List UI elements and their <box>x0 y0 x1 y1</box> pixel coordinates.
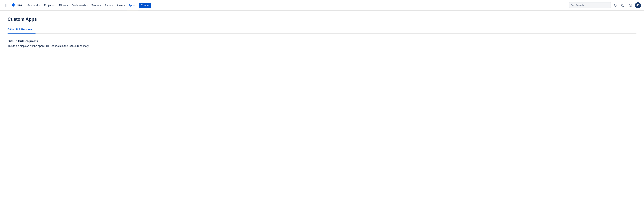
svg-rect-7 <box>6 6 6 6</box>
nav-apps-btn[interactable]: Apps ▾ <box>127 3 138 8</box>
nav-apps[interactable]: Apps ▾ <box>127 3 138 8</box>
search-box[interactable]: Search <box>569 2 611 8</box>
svg-rect-2 <box>6 4 7 5</box>
chevron-down-icon: ▾ <box>112 4 113 6</box>
nav-dashboards[interactable]: Dashboards ▾ <box>70 3 89 8</box>
navbar-right: Search JS <box>569 2 641 8</box>
nav-filters-btn[interactable]: Filters ▾ <box>58 3 70 8</box>
main-content: Custom Apps Github Pull Requests Github … <box>0 10 644 202</box>
svg-point-12 <box>630 5 631 6</box>
tabs-list: Github Pull Requests <box>8 26 636 33</box>
nav-your-work[interactable]: Your work ▾ <box>25 3 42 8</box>
section-title: Github Pull Requests <box>8 40 636 43</box>
section-github-pr: Github Pull Requests This table displays… <box>8 40 636 47</box>
logo-text: Jira <box>16 3 22 7</box>
nav-teams[interactable]: Teams ▾ <box>90 3 102 8</box>
nav-dashboards-btn[interactable]: Dashboards ▾ <box>70 3 89 8</box>
svg-rect-1 <box>6 4 6 5</box>
nav-filters[interactable]: Filters ▾ <box>58 3 70 8</box>
section-description: This table displays all the open Pull Re… <box>8 44 636 47</box>
svg-rect-5 <box>6 5 7 6</box>
nav-projects-btn[interactable]: Projects ▾ <box>42 3 57 8</box>
tabs-container: Github Pull Requests <box>8 26 636 33</box>
page-title: Custom Apps <box>8 16 636 22</box>
user-avatar[interactable]: JS <box>635 2 641 8</box>
svg-point-11 <box>623 6 623 6</box>
create-button[interactable]: Create <box>138 3 151 8</box>
nav-assets[interactable]: Assets <box>116 3 126 8</box>
svg-rect-3 <box>5 5 6 6</box>
svg-rect-8 <box>6 6 7 6</box>
chevron-down-icon: ▾ <box>54 4 55 6</box>
svg-rect-6 <box>5 6 6 6</box>
nav-assets-btn[interactable]: Assets <box>116 3 126 8</box>
search-icon <box>571 3 574 7</box>
svg-rect-4 <box>6 5 6 6</box>
help-button[interactable] <box>620 2 626 8</box>
svg-rect-0 <box>5 4 6 5</box>
chevron-down-icon: ▾ <box>39 4 40 6</box>
chevron-down-icon: ▾ <box>87 4 88 6</box>
nav-projects[interactable]: Projects ▾ <box>42 3 57 8</box>
tab-github-pull-requests[interactable]: Github Pull Requests <box>8 26 36 33</box>
nav-teams-btn[interactable]: Teams ▾ <box>90 3 102 8</box>
navbar: Jira Your work ▾ Projects ▾ Filters ▾ Da… <box>0 0 644 10</box>
nav-plans[interactable]: Plans ▾ <box>103 3 115 8</box>
grid-apps-icon[interactable] <box>3 2 9 8</box>
notification-bell-button[interactable] <box>612 2 618 8</box>
search-placeholder: Search <box>576 4 584 7</box>
settings-icon <box>629 3 632 7</box>
nav-your-work-btn[interactable]: Your work ▾ <box>25 3 42 8</box>
chevron-down-icon: ▾ <box>136 4 136 6</box>
bell-icon <box>614 3 617 7</box>
chevron-down-icon: ▾ <box>100 4 101 6</box>
jira-logo-icon <box>11 3 16 7</box>
navbar-left: Jira Your work ▾ Projects ▾ Filters ▾ Da… <box>3 2 568 8</box>
chevron-down-icon: ▾ <box>67 4 68 6</box>
help-icon <box>621 3 624 7</box>
jira-logo[interactable]: Jira <box>10 2 23 8</box>
settings-button[interactable] <box>628 2 634 8</box>
nav-plans-btn[interactable]: Plans ▾ <box>103 3 115 8</box>
